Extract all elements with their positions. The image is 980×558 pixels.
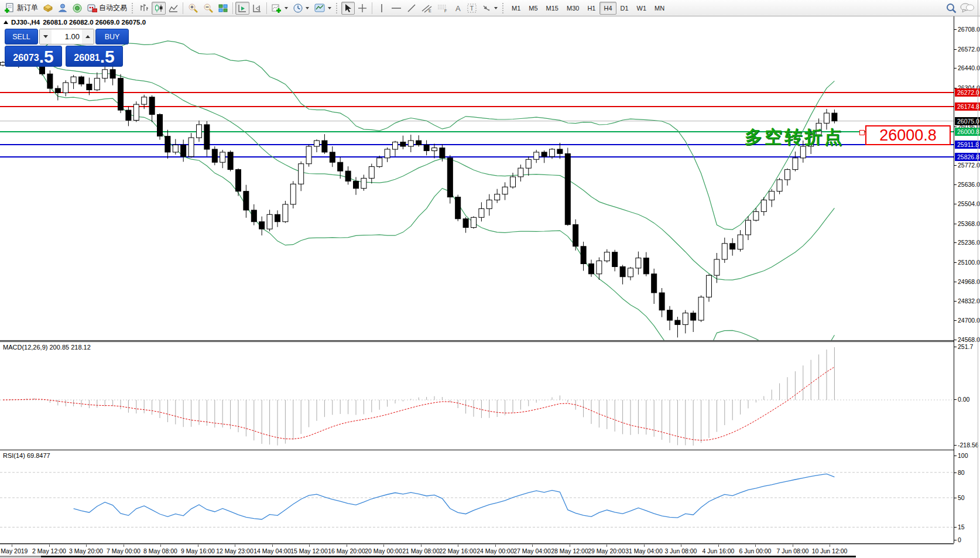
mt4-terminal: 新订单 自动交易 xyxy=(0,0,980,558)
rsi-panel[interactable]: RSI(14) 69.8477 xyxy=(0,450,954,544)
y-tick-mark xyxy=(954,320,957,321)
y-tick-label: 24968.0 xyxy=(958,278,980,285)
price-chart-panel[interactable]: DJ30-,H4 26081.0 26082.0 26069.0 26075.0… xyxy=(0,16,954,341)
date-tick-mark xyxy=(718,545,719,547)
horizontal-line-button[interactable] xyxy=(389,2,404,15)
text-label-button[interactable]: T xyxy=(465,2,479,15)
date-tick-mark xyxy=(495,545,496,547)
price-tag: 26174.8 xyxy=(955,102,980,111)
vertical-line-button[interactable] xyxy=(375,2,388,15)
chart-ohlc: 26081.0 26082.0 26069.0 26075.0 xyxy=(43,19,146,26)
crosshair-button[interactable] xyxy=(355,2,369,15)
new-order-button[interactable]: 新订单 xyxy=(2,2,40,15)
timeframe-D1[interactable]: D1 xyxy=(616,2,633,15)
periods-button[interactable] xyxy=(291,2,311,15)
price-annotation-box[interactable]: 26000.8 xyxy=(865,125,951,145)
chat-icon[interactable] xyxy=(960,3,974,13)
timeframe-H4[interactable]: H4 xyxy=(599,2,616,15)
timeframe-H1[interactable]: H1 xyxy=(583,2,599,15)
y-tick-mark xyxy=(954,242,957,243)
y-tick-mark xyxy=(954,49,957,50)
macd-panel[interactable]: MACD(12,26,9) 200.85 218.12 xyxy=(0,341,954,450)
templates-dropdown-caret[interactable] xyxy=(328,7,331,9)
bar-chart-button[interactable] xyxy=(137,2,151,15)
buy-price-frac: .5 xyxy=(100,48,115,66)
toolbar-grip xyxy=(502,3,505,13)
indicators-dropdown-caret[interactable] xyxy=(285,7,288,9)
buy-price-main: 26081 xyxy=(74,50,100,66)
macd-tick-label: -218.56 xyxy=(958,441,979,449)
text-button[interactable]: A xyxy=(451,2,464,15)
price-axis[interactable]: 26708.026572.026440.026304.026036.025772… xyxy=(954,16,980,543)
new-order-icon xyxy=(5,3,15,13)
fibonacci-button[interactable]: F xyxy=(435,2,450,15)
price-chart xyxy=(0,16,954,340)
toolbar-grip xyxy=(132,3,135,13)
cursor-button[interactable] xyxy=(341,2,355,15)
rsi-tick-label: 100 xyxy=(958,452,968,459)
tile-windows-button[interactable] xyxy=(216,2,230,15)
buy-price-box[interactable]: 26081.5 xyxy=(66,46,123,67)
zoom-in-button[interactable] xyxy=(186,2,200,15)
candlestick-chart-button[interactable] xyxy=(152,2,166,15)
timeframe-M1[interactable]: M1 xyxy=(508,2,525,15)
terminal-button[interactable] xyxy=(56,2,70,15)
macd-tick-mark xyxy=(954,347,957,347)
chart-title: DJ30-,H4 26081.0 26082.0 26069.0 26075.0 xyxy=(4,19,146,26)
market-depth-button[interactable] xyxy=(41,2,55,15)
y-tick-mark xyxy=(954,282,957,282)
y-tick-mark xyxy=(954,224,957,224)
date-tick-mark xyxy=(347,545,347,547)
equidistant-channel-button[interactable]: E xyxy=(419,2,434,15)
y-tick-mark xyxy=(954,301,957,302)
indicators-button[interactable] xyxy=(269,2,290,15)
volume-decrease-button[interactable] xyxy=(40,29,52,44)
y-tick-mark xyxy=(954,204,957,204)
gold-cube-icon xyxy=(43,4,53,12)
auto-trading-button[interactable]: 自动交易 xyxy=(85,2,129,15)
toolbar: 新订单 自动交易 xyxy=(0,0,980,16)
y-tick-mark xyxy=(954,68,957,69)
date-tick-mark xyxy=(681,545,681,547)
svg-text:T: T xyxy=(470,5,474,12)
date-tick-mark xyxy=(12,545,12,547)
line-chart-button[interactable] xyxy=(166,2,180,15)
collapse-arrow-icon[interactable] xyxy=(4,20,8,24)
chart-shift-button[interactable] xyxy=(250,2,264,15)
zoom-out-button[interactable] xyxy=(201,2,215,15)
volume-stepper xyxy=(39,29,94,44)
trendline-button[interactable] xyxy=(405,2,419,15)
y-tick-label: 25636.0 xyxy=(958,181,980,188)
timeframe-MN[interactable]: MN xyxy=(650,2,669,15)
bottom-border xyxy=(41,556,856,557)
search-icon[interactable] xyxy=(946,3,957,13)
hline-selection-handle[interactable] xyxy=(859,130,865,135)
auto-scroll-button[interactable] xyxy=(235,2,249,15)
buy-button[interactable]: BUY xyxy=(95,29,129,44)
signals-button[interactable] xyxy=(70,2,84,15)
timeframe-M15[interactable]: M15 xyxy=(542,2,563,15)
signal-orb-icon xyxy=(73,4,82,13)
rsi-tick-label: 15 xyxy=(958,523,965,530)
date-tick-mark xyxy=(830,545,830,547)
macd-tick-mark xyxy=(954,399,957,400)
bottom-border-gray xyxy=(0,556,41,557)
arrows-dropdown-caret[interactable] xyxy=(494,7,498,9)
timeframe-M5[interactable]: M5 xyxy=(525,2,542,15)
rsi-label: RSI(14) 69.8477 xyxy=(3,452,50,459)
volume-input[interactable] xyxy=(52,29,82,44)
volume-increase-button[interactable] xyxy=(82,29,94,44)
timeframe-M30[interactable]: M30 xyxy=(563,2,583,15)
y-tick-mark xyxy=(954,262,957,263)
sell-button[interactable]: SELL xyxy=(5,29,38,44)
date-tick-mark xyxy=(755,545,756,547)
toolbar-right xyxy=(946,3,978,13)
templates-button[interactable] xyxy=(312,2,334,15)
arrows-button[interactable] xyxy=(479,2,500,15)
date-tick-mark xyxy=(570,545,570,547)
turning-point-annotation[interactable]: 多空转折点 xyxy=(745,125,844,149)
periods-dropdown-caret[interactable] xyxy=(306,7,309,9)
timeframe-W1[interactable]: W1 xyxy=(633,2,651,15)
price-tag: 25826.8 xyxy=(955,153,980,161)
sell-price-box[interactable]: 26073.5 xyxy=(5,46,62,67)
